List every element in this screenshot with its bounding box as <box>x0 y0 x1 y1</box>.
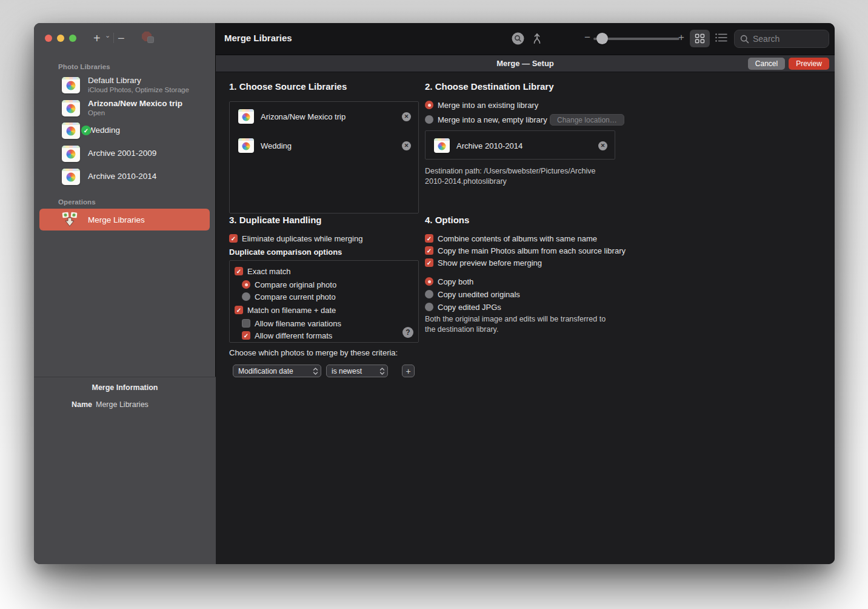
search-icon <box>740 35 749 44</box>
source-library-row[interactable]: Arizona/New Mexico trip ✕ <box>230 108 418 125</box>
open-check-icon: ✓ <box>81 126 91 135</box>
zoom-in-icon[interactable]: + <box>678 32 684 44</box>
radio-compare-current[interactable]: Compare current photo <box>242 292 336 301</box>
checkbox-on-icon[interactable]: ✓ <box>235 306 243 314</box>
criteria-operator-dropdown[interactable]: is newest <box>326 365 388 377</box>
radio-compare-original[interactable]: Compare original photo <box>242 280 336 289</box>
checkbox-label: Allow filename variations <box>255 319 341 328</box>
sidebar-item-archive-2010-2014[interactable]: Archive 2010-2014 <box>34 165 216 188</box>
sidebar-item-archive-2001-2009[interactable]: Archive 2001-2009 <box>34 142 216 165</box>
library-subtitle: iCloud Photos, Optimize Storage <box>88 86 189 94</box>
change-location-button[interactable]: Change location… <box>550 114 624 126</box>
close-window-button[interactable] <box>45 35 52 42</box>
photos-library-icon <box>238 138 254 153</box>
sidebar-item-arizona-new-mexico-trip[interactable]: Arizona/New Mexico trip Open <box>34 96 216 119</box>
preview-button[interactable]: Preview <box>789 58 829 70</box>
main-column: Merge Libraries − + <box>216 23 835 564</box>
section1-heading: 1. Choose Source Libraries <box>229 81 347 92</box>
help-button[interactable]: ? <box>402 327 413 338</box>
radio-merge-existing[interactable]: Merge into an existing library <box>425 100 538 110</box>
checkbox-exact-match[interactable]: ✓ Exact match <box>235 266 291 276</box>
grid-view-button[interactable] <box>690 30 710 47</box>
library-name: Archive 2001-2009 <box>88 149 156 158</box>
search-input[interactable] <box>753 30 826 47</box>
operations-section-label: Operations <box>58 198 96 206</box>
checkbox-on-icon[interactable]: ✓ <box>229 234 238 243</box>
destination-library-box: Archive 2010-2014 ✕ <box>425 130 615 160</box>
dropdown-value: is newest <box>332 367 362 375</box>
radio-merge-new[interactable]: Merge into a new, empty library <box>425 115 547 124</box>
radio-copy-unedited-originals[interactable]: Copy unedited originals <box>425 289 520 299</box>
square-icon <box>147 36 154 43</box>
app-window: + ⌄ − Photo Libraries Default Library iC… <box>34 23 835 564</box>
add-library-button[interactable]: + <box>93 30 101 46</box>
radio-on-icon[interactable] <box>425 277 433 286</box>
checkbox-combine-albums[interactable]: ✓ Combine contents of albums with same n… <box>425 234 597 243</box>
comparison-options-label: Duplicate comparison options <box>229 247 342 257</box>
section3-heading: 3. Duplicate Handling <box>229 215 322 225</box>
chevron-down-icon[interactable]: ⌄ <box>105 32 110 39</box>
photos-library-icon <box>62 77 80 93</box>
list-view-button[interactable] <box>715 32 728 43</box>
remove-source-icon[interactable]: ✕ <box>402 141 411 150</box>
destination-library-row[interactable]: Archive 2010-2014 ✕ <box>426 137 615 154</box>
radio-label: Copy both <box>438 277 473 286</box>
checkbox-off-icon[interactable] <box>242 319 250 328</box>
radio-label: Copy edited JPGs <box>438 303 501 312</box>
checkbox-eliminate-duplicates[interactable]: ✓ Eliminate duplicates while merging <box>229 234 362 243</box>
checkbox-allow-filename-variations[interactable]: Allow filename variations <box>242 318 341 328</box>
checkbox-on-icon[interactable]: ✓ <box>425 246 433 255</box>
remove-library-button[interactable]: − <box>118 30 125 46</box>
checkbox-allow-different-formats[interactable]: ✓ Allow different formats <box>242 331 332 340</box>
desktop-background: { "colors": { "accent_selection": "#d15f… <box>0 0 868 609</box>
radio-off-icon[interactable] <box>425 115 433 124</box>
merge-information-title: Merge Information <box>34 383 216 392</box>
radio-off-icon[interactable] <box>425 290 433 298</box>
zoom-out-icon[interactable]: − <box>584 32 590 44</box>
radio-on-icon[interactable] <box>242 280 250 289</box>
checkbox-on-icon[interactable]: ✓ <box>425 234 433 243</box>
search-field[interactable] <box>734 30 829 48</box>
minimize-window-button[interactable] <box>57 35 64 42</box>
cancel-button[interactable]: Cancel <box>748 58 785 70</box>
source-library-row[interactable]: Wedding ✕ <box>230 137 418 154</box>
photo-libraries-section-label: Photo Libraries <box>58 63 110 70</box>
checkbox-show-preview[interactable]: ✓ Show preview before merging <box>425 258 542 267</box>
quick-look-icon[interactable] <box>512 32 524 45</box>
merge-setup-content: 1. Choose Source Libraries Arizona/New M… <box>216 72 835 564</box>
radio-label: Compare current photo <box>255 292 336 301</box>
radio-off-icon[interactable] <box>425 303 433 311</box>
checkbox-copy-main-photos-album[interactable]: ✓ Copy the main Photos album from each s… <box>425 246 626 255</box>
radio-off-icon[interactable] <box>242 292 250 301</box>
checkbox-on-icon[interactable]: ✓ <box>242 331 250 340</box>
merge-arrow-icon[interactable] <box>532 33 542 45</box>
sidebar-item-merge-libraries[interactable]: Merge Libraries <box>39 209 210 230</box>
name-value: Merge Libraries <box>96 400 149 409</box>
radio-copy-edited-jpgs[interactable]: Copy edited JPGs <box>425 302 501 312</box>
page-title: Merge Libraries <box>224 33 292 43</box>
remove-source-icon[interactable]: ✕ <box>402 112 411 121</box>
sidebar-item-wedding[interactable]: Wedding <box>34 119 216 142</box>
chevron-up-down-icon <box>379 367 385 375</box>
radio-copy-both[interactable]: Copy both <box>425 277 473 286</box>
checkbox-label: Exact match <box>247 267 291 276</box>
setup-bar-title: Merge — Setup <box>216 59 835 68</box>
criteria-field-dropdown[interactable]: Modification date <box>233 365 321 377</box>
checkbox-label: Show preview before merging <box>438 258 542 267</box>
zoom-window-button[interactable] <box>69 35 76 42</box>
slider-knob[interactable] <box>596 33 608 44</box>
remove-destination-icon[interactable]: ✕ <box>598 141 607 150</box>
checkbox-match-filename-date[interactable]: ✓ Match on filename + date <box>235 305 336 315</box>
checkbox-on-icon[interactable]: ✓ <box>425 258 433 267</box>
sidebar-item-default-library[interactable]: Default Library iCloud Photos, Optimize … <box>34 73 216 96</box>
source-library-name: Wedding <box>261 141 292 150</box>
radio-on-icon[interactable] <box>425 101 433 109</box>
library-action-icon <box>142 32 156 46</box>
criteria-label: Choose which photos to merge by these cr… <box>229 348 398 357</box>
checkbox-label: Eliminate duplicates while merging <box>242 234 362 243</box>
photos-library-icon <box>62 123 80 139</box>
add-criteria-button[interactable]: + <box>402 365 415 377</box>
checkbox-on-icon[interactable]: ✓ <box>235 267 243 275</box>
operation-label: Merge Libraries <box>88 215 145 224</box>
library-name: Arizona/New Mexico trip <box>88 99 182 109</box>
